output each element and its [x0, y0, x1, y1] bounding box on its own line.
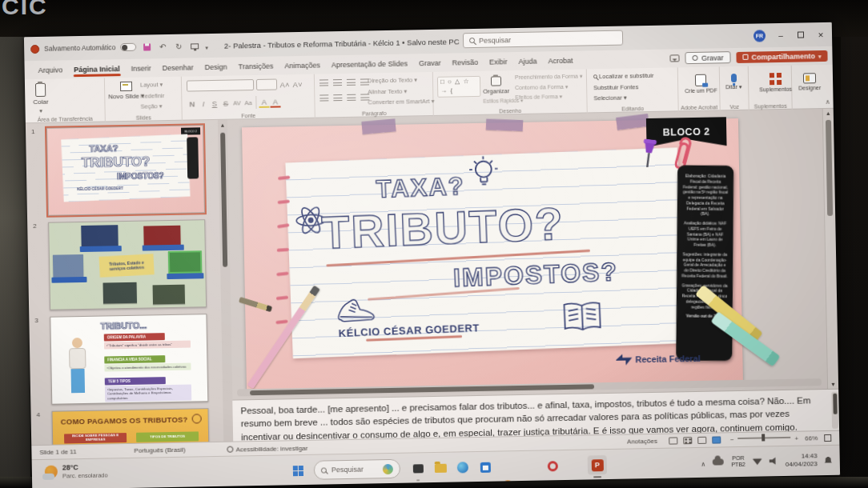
layout-button[interactable]: Layout ▾: [140, 79, 164, 90]
volume-icon[interactable]: [770, 457, 778, 465]
canvas-scrollbar-thumb[interactable]: [826, 120, 833, 216]
quick-access-more-icon[interactable]: [205, 38, 208, 53]
tab-revisao[interactable]: Revisão: [446, 55, 484, 69]
zoom-in-button[interactable]: +: [794, 435, 798, 442]
paste-button[interactable]: Colar: [33, 79, 49, 114]
taskbar-search[interactable]: Pesquisar: [314, 459, 400, 480]
change-case-button[interactable]: Aa: [243, 99, 253, 106]
slideshow-button[interactable]: [712, 436, 721, 443]
create-pdf-button[interactable]: Crie um PDF: [685, 66, 717, 94]
new-slide-button[interactable]: Novo Slide ▾: [108, 78, 144, 101]
section-button[interactable]: Seção ▾: [140, 101, 164, 112]
tab-transicoes[interactable]: Transições: [233, 59, 279, 73]
scroll-up-icon[interactable]: ▲: [823, 110, 834, 116]
close-button[interactable]: [816, 30, 826, 38]
shapes-gallery[interactable]: □ ○ △ ☆ → {: [437, 76, 480, 98]
language-indicator[interactable]: PORPTB2: [731, 454, 745, 468]
clock[interactable]: 14:4304/04/2023: [786, 452, 818, 469]
account-avatar[interactable]: FR: [753, 30, 766, 42]
search-box[interactable]: Pesquisar: [463, 30, 623, 49]
zoom-out-button[interactable]: −: [730, 436, 734, 443]
language-button[interactable]: Português (Brasil): [134, 446, 185, 454]
present-from-start-button[interactable]: [189, 40, 200, 51]
wifi-icon[interactable]: [753, 458, 762, 465]
shrink-font-button[interactable]: A˅: [292, 79, 303, 88]
tab-exibir[interactable]: Exibir: [484, 55, 513, 69]
maximize-button[interactable]: [796, 30, 806, 39]
zoom-level[interactable]: 66%: [805, 434, 818, 442]
font-color-button[interactable]: A: [270, 97, 280, 107]
shape-fill-button[interactable]: Preenchimento da Forma ▾: [515, 72, 583, 83]
tab-ajuda[interactable]: Ajuda: [512, 54, 542, 68]
slide-thumbnail-1[interactable]: BLOCO 2 TAXA? TRIBUTO? IMPOSTOS? KÉLCIO …: [46, 125, 205, 216]
shape-effects-button[interactable]: Efeitos de Forma ▾: [515, 92, 583, 103]
autosave-toggle[interactable]: [120, 43, 136, 51]
tray-expand-icon[interactable]: [701, 455, 705, 470]
quick-styles-button[interactable]: Estilos Rápidos ▾: [483, 98, 523, 105]
notes-scrollbar-thumb[interactable]: [833, 394, 837, 414]
accessibility-button[interactable]: Acessibilidade: investigar: [227, 443, 307, 453]
align-left-icon[interactable]: [319, 94, 328, 102]
smartart-button[interactable]: Converter em SmartArt ▾: [368, 96, 434, 108]
start-button[interactable]: [288, 461, 307, 480]
tab-design[interactable]: Design: [199, 60, 233, 74]
slide-thumbnail-4[interactable]: COMO PAGAMOS OS TRIBUTOS? INCIDE SOBRE P…: [51, 408, 210, 445]
numbering-icon[interactable]: [333, 79, 342, 86]
notes-scrollbar[interactable]: [831, 392, 838, 429]
slide-thumbnail-3[interactable]: TRIBUTO... ORIGEM DA PALAVRA •"Tributum"…: [50, 314, 208, 405]
tab-desenhar[interactable]: Desenhar: [157, 61, 199, 74]
indent-decrease-icon[interactable]: [347, 79, 356, 86]
align-right-icon[interactable]: [347, 94, 356, 102]
align-center-icon[interactable]: [333, 94, 342, 102]
slide-sorter-view-button[interactable]: [683, 437, 692, 444]
tab-arquivo[interactable]: Arquivo: [33, 63, 69, 77]
tab-apresentacao-de-slides[interactable]: Apresentação de Slides: [326, 57, 413, 71]
fit-slide-button[interactable]: [824, 434, 831, 442]
store-button[interactable]: [476, 458, 495, 477]
minimize-button[interactable]: [776, 30, 786, 39]
edge-button[interactable]: [453, 458, 472, 477]
weather-widget[interactable]: 28°C Parc. ensolarado: [45, 462, 108, 480]
slide[interactable]: BLOCO 2 TAXA?: [242, 118, 743, 391]
tab-inserir[interactable]: Inserir: [126, 62, 157, 75]
opera-button[interactable]: [543, 456, 562, 475]
highlight-color-button[interactable]: A: [259, 97, 269, 107]
reading-view-button[interactable]: [697, 437, 706, 444]
character-spacing-button[interactable]: AV: [231, 99, 242, 106]
designer-button[interactable]: Designer: [798, 65, 822, 91]
tab-pagina-inicial[interactable]: Página Inicial: [68, 62, 126, 75]
arrange-button[interactable]: Organizar: [483, 72, 509, 95]
tab-animacoes[interactable]: Animações: [279, 58, 326, 72]
strikethrough-button[interactable]: S: [220, 98, 231, 107]
comments-icon[interactable]: [670, 54, 680, 62]
scroll-down-icon[interactable]: ▼: [828, 382, 838, 387]
scroll-up-icon[interactable]: ▲: [218, 122, 227, 128]
dictate-button[interactable]: Ditar ▾: [725, 66, 742, 90]
italic-button[interactable]: I: [198, 99, 208, 108]
tab-acrobat[interactable]: Acrobat: [542, 54, 578, 67]
bullets-icon[interactable]: [319, 79, 328, 86]
task-view-button[interactable]: [408, 458, 428, 478]
reset-button[interactable]: Redefinir: [140, 90, 164, 102]
collapse-ribbon-icon[interactable]: ∧: [826, 98, 830, 106]
zoom-slider[interactable]: [738, 436, 791, 438]
slide-thumbnail-2[interactable]: Tributos, Estado e serviços coletivos: [48, 219, 207, 310]
notifications-icon[interactable]: [825, 456, 832, 463]
record-button[interactable]: Gravar: [685, 51, 731, 64]
onedrive-icon[interactable]: [713, 458, 724, 465]
normal-view-button[interactable]: [669, 437, 677, 444]
replace-fonts-button[interactable]: Substituir Fontes: [593, 81, 654, 93]
powerpoint-taskbar-button[interactable]: P: [588, 455, 607, 474]
redo-button[interactable]: [173, 41, 184, 52]
grow-font-button[interactable]: A˄: [279, 80, 290, 89]
find-replace-button[interactable]: Localizar e substituir: [593, 70, 654, 82]
file-explorer-button[interactable]: [431, 458, 450, 478]
font-name-box[interactable]: [187, 79, 254, 92]
panel-scrollbar-thumb[interactable]: [220, 133, 227, 267]
underline-button[interactable]: S: [209, 98, 219, 107]
save-button[interactable]: [141, 41, 152, 52]
addins-button[interactable]: Suplementos: [759, 66, 792, 93]
notes-toggle-button[interactable]: Anotações: [627, 438, 657, 446]
bold-button[interactable]: N: [187, 99, 197, 108]
share-button[interactable]: Compartilhamento: [736, 50, 827, 62]
